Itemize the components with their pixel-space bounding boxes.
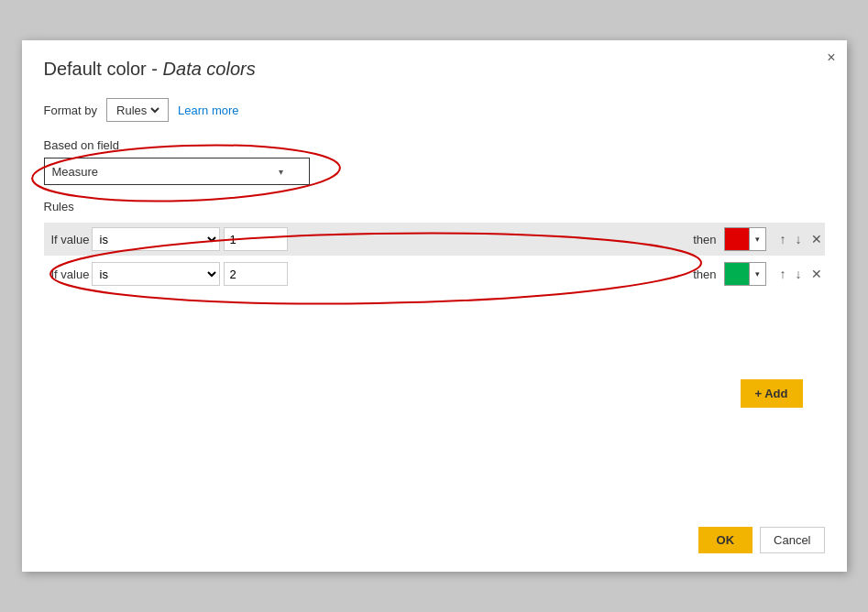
dialog: × Default color - Data colors Format by … <box>22 40 847 572</box>
dialog-footer: OK Cancel <box>698 527 825 553</box>
rule-2-color-button[interactable]: ▾ <box>724 262 766 286</box>
rule-2-color-swatch <box>725 263 749 285</box>
rule-2-if-label: If value <box>44 268 92 281</box>
format-by-row: Format by Rules Learn more <box>44 98 825 122</box>
learn-more-link[interactable]: Learn more <box>178 104 238 117</box>
rules-header: Rules <box>44 200 825 213</box>
rule-2-delete-button[interactable]: ✕ <box>808 265 825 283</box>
rule-1-color-button[interactable]: ▾ <box>724 227 766 251</box>
field-value: Measure <box>52 165 99 179</box>
add-button[interactable]: + Add <box>741 379 803 408</box>
based-on-label: Based on field <box>44 138 825 152</box>
rule-1-delete-button[interactable]: ✕ <box>808 230 825 248</box>
rule-1-value-input[interactable] <box>224 227 288 251</box>
rule-1-up-button[interactable]: ↑ <box>777 230 789 248</box>
based-on-section: Based on field Measure ▾ <box>44 138 825 185</box>
dialog-title: Default color - Data colors <box>44 59 825 80</box>
field-dropdown[interactable]: Measure ▾ <box>44 158 310 185</box>
rule-2-actions: ↑ ↓ ✕ <box>777 265 825 283</box>
rule-1-if-label: If value <box>44 233 92 246</box>
cancel-button[interactable]: Cancel <box>760 527 824 553</box>
format-by-dropdown[interactable]: Rules <box>113 103 162 118</box>
rule-1-color-swatch <box>725 228 749 250</box>
field-dropdown-arrow: ▾ <box>279 167 283 177</box>
rule-1-condition-select[interactable]: is <box>92 227 220 251</box>
rule-2-color-arrow[interactable]: ▾ <box>749 263 765 285</box>
format-by-select[interactable]: Rules <box>106 98 169 122</box>
close-button[interactable]: × <box>827 49 835 66</box>
rule-2-down-button[interactable]: ↓ <box>793 265 805 283</box>
rule-2-then-label: then <box>693 268 716 281</box>
rule-1-then-label: then <box>693 233 716 246</box>
rule-2-value-input[interactable] <box>224 262 288 286</box>
rule-1-down-button[interactable]: ↓ <box>793 230 805 248</box>
rule-2-condition-select[interactable]: is <box>92 262 220 286</box>
ok-button[interactable]: OK <box>698 527 753 553</box>
rule-row: If value is then ▾ ↑ ↓ ✕ <box>44 257 825 290</box>
rules-section: Rules + Add If value is then ▾ ↑ ↓ ✕ If … <box>44 200 825 290</box>
rule-1-actions: ↑ ↓ ✕ <box>777 230 825 248</box>
rule-2-up-button[interactable]: ↑ <box>777 265 789 283</box>
rule-row: If value is then ▾ ↑ ↓ ✕ <box>44 223 825 256</box>
rule-1-color-arrow[interactable]: ▾ <box>749 228 765 250</box>
format-by-label: Format by <box>44 104 98 117</box>
